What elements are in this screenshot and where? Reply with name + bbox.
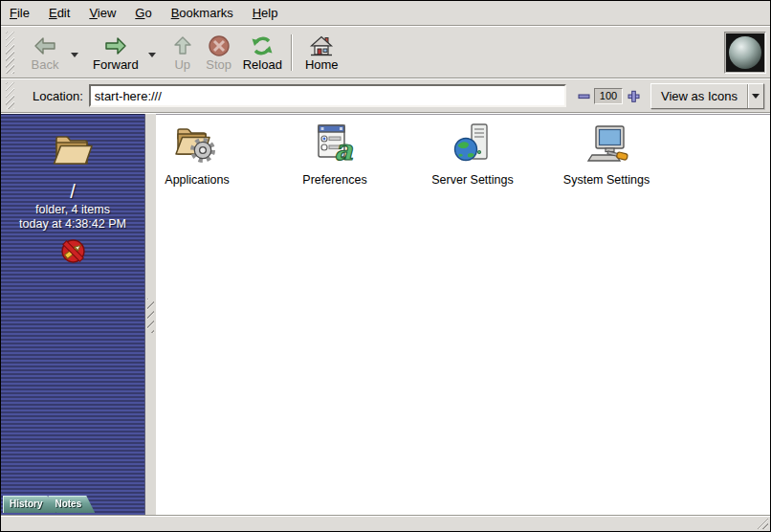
back-arrow-icon <box>33 33 57 58</box>
icon-label: Server Settings <box>431 173 513 187</box>
forward-button[interactable]: Forward <box>89 33 143 73</box>
sidebar-location-title: / <box>1 181 144 203</box>
zoom-level-indicator[interactable]: 100 <box>594 88 623 104</box>
folder-icon <box>49 127 97 173</box>
up-button[interactable]: Up <box>166 33 199 73</box>
home-icon <box>309 33 334 58</box>
preferences-icon: a <box>310 121 360 166</box>
zoom-controls: 100 <box>576 88 641 104</box>
stop-button[interactable]: Stop <box>199 33 239 73</box>
svg-text:a: a <box>334 133 353 166</box>
chevron-down-icon <box>752 94 760 102</box>
applications-folder-icon <box>172 121 222 166</box>
back-button[interactable]: Back <box>25 33 65 73</box>
menu-view[interactable]: View <box>89 6 116 20</box>
chevron-down-icon <box>71 53 78 61</box>
throbber-background <box>726 33 764 72</box>
content-area: / folder, 4 items today at 4:38:42 PM Hi… <box>1 114 770 515</box>
sidebar-panel: / folder, 4 items today at 4:38:42 PM Hi… <box>1 114 144 515</box>
stop-icon <box>207 33 231 58</box>
zoom-out-button[interactable] <box>576 88 591 103</box>
home-button[interactable]: Home <box>301 33 342 73</box>
menu-edit[interactable]: Edit <box>49 6 70 20</box>
location-input[interactable] <box>89 84 566 107</box>
menu-bookmarks[interactable]: Bookmarks <box>171 6 233 20</box>
status-bar <box>1 515 770 531</box>
toolbar-separator <box>291 34 293 71</box>
splitter-grip[interactable] <box>147 299 154 333</box>
forward-arrow-icon <box>103 33 128 58</box>
throbber-frame <box>724 32 766 74</box>
item-preferences[interactable]: a Preferences <box>296 121 374 187</box>
item-applications[interactable]: Applications <box>158 121 236 187</box>
up-arrow-icon <box>170 33 195 58</box>
icon-view: Applications a Preferences <box>156 114 770 515</box>
tab-notes[interactable]: Notes <box>48 496 95 513</box>
no-write-emblem-icon <box>60 238 86 264</box>
zoom-out-icon <box>577 89 591 103</box>
toolbar: Back Forward Up Stop <box>1 27 770 78</box>
location-bar: Location: 100 View as Icons <box>1 79 770 112</box>
menu-go[interactable]: Go <box>135 6 151 20</box>
server-settings-icon <box>448 121 497 166</box>
tab-history[interactable]: History <box>3 496 55 513</box>
zoom-in-icon <box>627 89 641 103</box>
chevron-down-icon <box>148 53 156 61</box>
reload-icon <box>250 33 275 58</box>
window-resize-grip[interactable] <box>756 517 768 529</box>
sidebar-item-count: folder, 4 items <box>1 203 144 217</box>
toolbar-drag-handle[interactable] <box>6 32 14 74</box>
reload-button[interactable]: Reload <box>239 33 286 73</box>
forward-history-dropdown[interactable] <box>144 48 160 63</box>
location-label: Location: <box>33 89 83 103</box>
locationbar-drag-handle[interactable] <box>6 82 14 109</box>
sidebar-tabs: History Notes <box>3 496 95 513</box>
item-system-settings[interactable]: System Settings <box>567 121 646 187</box>
sidebar-modified-date: today at 4:38:42 PM <box>1 217 144 232</box>
menu-help[interactable]: Help <box>253 6 278 20</box>
file-manager-window: File Edit View Go Bookmarks Help Back Fo… <box>0 0 771 532</box>
icon-label: Applications <box>165 173 229 187</box>
icon-label: System Settings <box>563 173 650 187</box>
menubar: File Edit View Go Bookmarks Help <box>1 1 770 25</box>
view-mode-dropdown[interactable]: View as Icons <box>650 83 764 109</box>
menu-file[interactable]: File <box>10 6 30 20</box>
dropdown-arrow-section <box>747 84 763 108</box>
icon-label: Preferences <box>302 173 366 187</box>
throbber-sphere-icon <box>729 36 761 69</box>
zoom-in-button[interactable] <box>626 88 641 103</box>
back-history-dropdown[interactable] <box>67 48 82 63</box>
system-settings-icon <box>582 121 631 166</box>
item-server-settings[interactable]: Server Settings <box>433 121 512 187</box>
sidebar-splitter[interactable] <box>144 114 156 515</box>
